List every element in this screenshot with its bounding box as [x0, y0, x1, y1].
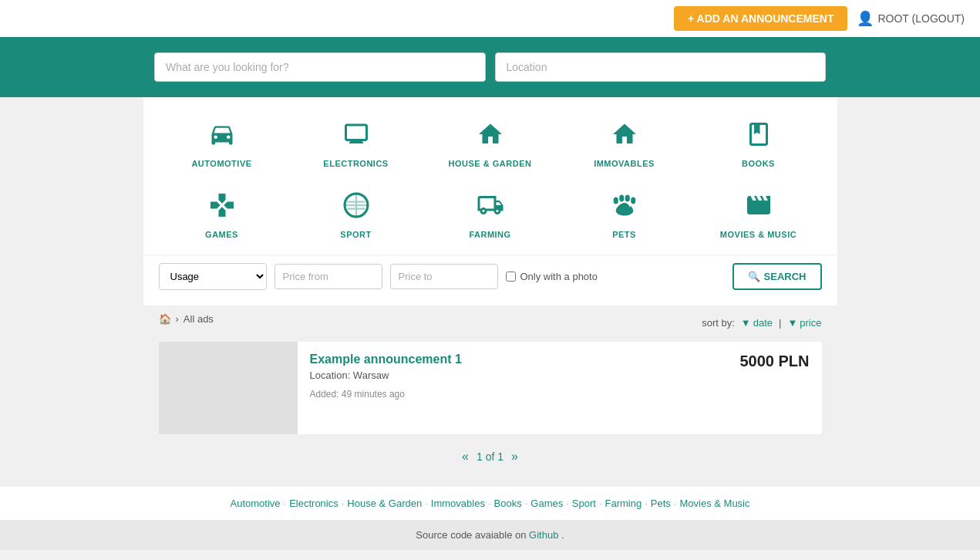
movies-music-icon	[745, 191, 773, 225]
pagination-next[interactable]: »	[511, 450, 518, 464]
ad-location: Location: Warsaw	[310, 369, 709, 381]
immovables-icon	[611, 120, 638, 154]
footer-link-farming[interactable]: Farming	[605, 498, 642, 509]
games-icon	[208, 191, 236, 225]
category-grid: AUTOMOTIVE ELECTRONICS HOUSE & GARDEN IM…	[143, 97, 837, 255]
category-books[interactable]: BOOKS	[695, 113, 822, 176]
filter-row: Usage New Used Only with a photo 🔍 SEARC…	[143, 255, 837, 305]
electronics-icon	[342, 120, 370, 154]
only-photo-checkbox[interactable]	[506, 272, 516, 282]
ad-image	[159, 342, 298, 434]
home-icon: 🏠	[159, 313, 171, 325]
search-icon: 🔍	[748, 271, 760, 282]
search-row	[154, 52, 826, 82]
books-icon	[745, 120, 773, 154]
usage-select[interactable]: Usage New Used	[159, 263, 267, 290]
books-label: BOOKS	[742, 159, 775, 168]
category-immovables[interactable]: IMMOVABLES	[561, 113, 688, 176]
category-games[interactable]: GAMES	[159, 184, 285, 247]
pagination: « 1 of 1 »	[159, 450, 822, 464]
automotive-icon	[208, 120, 236, 154]
price-to-input[interactable]	[390, 264, 498, 289]
immovables-label: IMMOVABLES	[594, 159, 655, 168]
ad-list: Example announcement 1 Location: Warsaw …	[159, 342, 822, 434]
home-link[interactable]: 🏠	[159, 313, 171, 325]
footer-link-sport[interactable]: Sport	[572, 498, 596, 509]
ad-details: Example announcement 1 Location: Warsaw …	[298, 342, 722, 434]
pagination-prev[interactable]: «	[462, 450, 469, 464]
breadcrumb-sort-bar: 🏠 › All ads sort by: ▼ date | ▼ price	[159, 313, 822, 332]
category-house-garden[interactable]: HOUSE & GARDEN	[427, 113, 554, 176]
sort-date-link[interactable]: ▼ date	[741, 317, 773, 329]
automotive-label: AUTOMOTIVE	[191, 159, 251, 168]
breadcrumb: 🏠 › All ads	[159, 313, 214, 325]
footer-link-movies-music[interactable]: Movies & Music	[679, 498, 749, 509]
category-farming[interactable]: FARMING	[427, 184, 554, 247]
add-announcement-button[interactable]: + ADD AN ANNOUNCEMENT	[674, 6, 847, 31]
category-electronics[interactable]: ELECTRONICS	[293, 113, 419, 176]
sort-price-arrow: ▼	[787, 317, 797, 329]
category-pets[interactable]: PETS	[561, 184, 688, 247]
category-movies-music[interactable]: MOVIES & MUSIC	[695, 184, 822, 247]
category-sport[interactable]: SPORT	[293, 184, 419, 247]
footer-link-house-garden[interactable]: House & Garden	[347, 498, 422, 509]
pagination-current: 1 of 1	[477, 450, 503, 463]
house-garden-icon	[477, 120, 504, 154]
footer-link-books[interactable]: Books	[494, 498, 522, 509]
search-location-input[interactable]	[495, 52, 827, 82]
footer-link-immovables[interactable]: Immovables	[431, 498, 485, 509]
footer-link-electronics[interactable]: Electronics	[289, 498, 338, 509]
sport-label: SPORT	[340, 230, 371, 239]
farming-label: FARMING	[469, 230, 510, 239]
house-garden-label: HOUSE & GARDEN	[449, 159, 532, 168]
footer-link-automotive[interactable]: Automotive	[230, 498, 280, 509]
search-button[interactable]: 🔍 SEARCH	[732, 263, 822, 290]
user-logout-link[interactable]: 👤 ROOT (LOGOUT)	[857, 10, 965, 27]
github-link[interactable]: Github	[529, 529, 558, 541]
footer-link-games[interactable]: Games	[530, 498, 563, 509]
sort-bar: sort by: ▼ date | ▼ price	[702, 317, 821, 329]
sport-icon	[342, 191, 370, 225]
ad-title-link[interactable]: Example announcement 1	[310, 353, 709, 366]
footer-link-pets[interactable]: Pets	[651, 498, 671, 509]
sort-price-link[interactable]: ▼ price	[787, 317, 821, 329]
user-icon: 👤	[857, 10, 874, 27]
category-automotive[interactable]: AUTOMOTIVE	[159, 113, 285, 176]
games-label: GAMES	[205, 230, 238, 239]
breadcrumb-all-ads: All ads	[184, 313, 214, 325]
sort-label: sort by:	[702, 317, 735, 329]
only-photo-label[interactable]: Only with a photo	[506, 271, 598, 282]
farming-icon	[477, 191, 504, 225]
search-keyword-input[interactable]	[154, 52, 486, 82]
pets-label: PETS	[612, 230, 636, 239]
ad-added: Added: 49 minutes ago	[310, 389, 709, 400]
movies-music-label: MOVIES & MUSIC	[720, 230, 796, 239]
price-from-input[interactable]	[274, 264, 382, 289]
search-banner	[0, 37, 980, 97]
ad-price: 5000 PLN	[722, 342, 822, 434]
main-content: 🏠 › All ads sort by: ▼ date | ▼ price Ex…	[143, 305, 837, 487]
user-label: ROOT (LOGOUT)	[877, 12, 965, 25]
topbar: + ADD AN ANNOUNCEMENT 👤 ROOT (LOGOUT)	[0, 0, 980, 37]
electronics-label: ELECTRONICS	[323, 159, 388, 168]
footer-source: Source code avaiable on Github .	[0, 520, 980, 550]
pets-icon	[611, 191, 638, 225]
breadcrumb-separator: ›	[176, 313, 179, 325]
sort-date-arrow: ▼	[741, 317, 751, 329]
footer-links: Automotive · Electronics · House & Garde…	[0, 487, 980, 520]
table-row: Example announcement 1 Location: Warsaw …	[159, 342, 822, 434]
